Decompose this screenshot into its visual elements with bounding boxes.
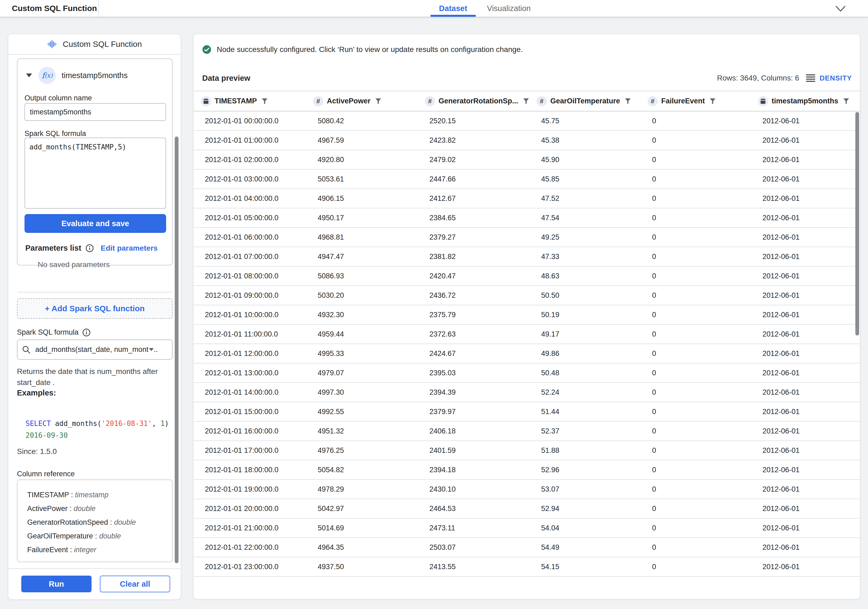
table-scrollbar[interactable] — [856, 112, 859, 335]
column-reference-item: GearOilTemperature : double — [27, 529, 172, 543]
table-cell: 2012-01-01 04:00:00.0 — [194, 189, 309, 208]
table-row: 2012-01-01 17:00:00.04976.252401.5951.88… — [194, 441, 860, 460]
info-icon[interactable] — [82, 329, 90, 336]
table-cell: 4950.17 — [309, 208, 421, 227]
filter-funnel-icon[interactable] — [624, 98, 632, 105]
calendar-icon — [758, 96, 768, 106]
panel-scrollbar[interactable] — [175, 136, 178, 563]
column-type: double — [114, 518, 136, 526]
table-row: 2012-01-01 00:00:00.05080.422520.1545.75… — [194, 112, 860, 131]
column-name: TIMESTAMP — [27, 491, 69, 499]
formula-textarea[interactable]: add_months(TIMESTAMP,5) — [25, 138, 166, 209]
edit-parameters-link[interactable]: Edit parameters — [101, 244, 158, 253]
column-header-label: GearOilTemperature — [550, 97, 620, 105]
table-cell: 52.24 — [533, 383, 644, 402]
table-cell: 2012-01-01 17:00:00.0 — [194, 441, 309, 460]
formula-label: Spark SQL formula — [25, 130, 86, 138]
table-cell: 2012-01-01 11:00:00.0 — [194, 325, 309, 344]
table-header-cell: timestamp5months — [754, 91, 860, 111]
code-close: ) — [165, 420, 169, 428]
table-cell: 5053.61 — [309, 170, 421, 189]
table-row: 2012-01-01 22:00:00.04964.352503.0754.49… — [194, 538, 860, 557]
table-cell: 2012-06-01 — [754, 402, 860, 421]
evaluate-save-button[interactable]: Evaluate and save — [25, 214, 166, 233]
table-cell: 2012-01-01 12:00:00.0 — [194, 344, 309, 363]
filter-funnel-icon[interactable] — [522, 98, 530, 105]
table-cell: 50.48 — [533, 363, 644, 382]
table-cell: 2012-06-01 — [754, 538, 860, 557]
column-reference-item: GeneratorRotationSpeed : double — [27, 516, 172, 529]
table-cell: 2520.15 — [421, 112, 533, 130]
formula-search-input[interactable]: add_months(start_date, num_mont .. — [17, 339, 172, 360]
column-reference-item: ActivePower : double — [27, 502, 172, 516]
column-type: timestamp — [75, 491, 109, 499]
table-cell: 0 — [644, 383, 754, 402]
run-button[interactable]: Run — [21, 576, 91, 592]
output-column-input[interactable] — [25, 103, 166, 121]
add-spark-sql-function-button[interactable]: + Add Spark SQL function — [17, 298, 172, 319]
table-cell: 2012-01-01 21:00:00.0 — [194, 519, 309, 538]
table-cell: 0 — [644, 189, 754, 208]
table-cell: 2379.27 — [421, 228, 533, 246]
table-cell: 4932.30 — [309, 305, 421, 324]
table-row: 2012-01-01 10:00:00.04932.302375.7950.19… — [194, 305, 860, 325]
filter-funnel-icon[interactable] — [375, 98, 382, 105]
table-cell: 0 — [644, 460, 754, 479]
code-sep: , — [152, 420, 160, 428]
table-cell: 2424.67 — [421, 344, 533, 363]
no-parameters-text: No saved parameters — [38, 260, 110, 269]
table-cell: 54.15 — [533, 557, 644, 576]
column-reference-item: FailureEvent : integer — [27, 543, 172, 557]
function-description: Returns the date that is num_months afte… — [17, 366, 169, 388]
table-cell: 2503.07 — [421, 538, 533, 557]
table-cell: 2395.03 — [421, 363, 533, 382]
dropdown-caret-icon[interactable] — [149, 348, 154, 351]
filter-funnel-icon[interactable] — [842, 98, 850, 105]
table-cell: 2012-01-01 16:00:00.0 — [194, 421, 309, 440]
density-icon — [806, 74, 815, 82]
density-toggle[interactable]: DENSITY — [806, 74, 852, 82]
column-header-label: ActivePower — [327, 97, 370, 105]
table-row: 2012-01-01 06:00:00.04968.812379.2749.25… — [194, 228, 860, 247]
table-cell: 4978.29 — [309, 480, 421, 499]
column-reference-label: Column reference — [17, 470, 75, 478]
table-cell: 2012-06-01 — [754, 112, 860, 130]
table-cell: 2372.63 — [421, 325, 533, 344]
number-type-icon: # — [648, 96, 658, 106]
table-cell: 2012-06-01 — [754, 189, 860, 208]
table-row: 2012-01-01 23:00:00.04937.502413.5554.15… — [194, 557, 860, 577]
column-reference-box: TIMESTAMP : timestamp ActivePower : doub… — [17, 479, 172, 562]
table-header-cell: # GearOilTemperature — [533, 91, 644, 111]
collapse-chevron-icon[interactable] — [26, 73, 32, 77]
info-icon[interactable] — [85, 244, 94, 252]
table-cell: 0 — [644, 344, 754, 363]
table-cell: 50.50 — [533, 286, 644, 305]
tab-visualization[interactable]: Visualization — [485, 0, 533, 17]
table-cell: 0 — [644, 499, 754, 518]
column-type: double — [74, 505, 96, 513]
table-cell: 2012-06-01 — [754, 441, 860, 460]
column-name: GeneratorRotationSpeed — [27, 518, 108, 526]
table-cell: 2012-01-01 05:00:00.0 — [194, 208, 309, 227]
filter-funnel-icon[interactable] — [709, 98, 716, 105]
table-cell: 2012-01-01 14:00:00.0 — [194, 383, 309, 402]
table-cell: 2012-06-01 — [754, 460, 860, 479]
code-call: add_months( — [51, 420, 101, 428]
table-row: 2012-01-01 11:00:00.04959.442372.6349.17… — [194, 325, 860, 344]
table-cell: 2384.65 — [421, 208, 533, 227]
clear-all-button[interactable]: Clear all — [100, 576, 170, 592]
table-cell: 2012-01-01 22:00:00.0 — [194, 538, 309, 557]
table-cell: 4995.33 — [309, 344, 421, 363]
table-cell: 0 — [644, 421, 754, 440]
tab-dataset-label: Dataset — [439, 4, 467, 13]
chevron-down-icon[interactable] — [834, 4, 847, 14]
table-cell: 2012-01-01 13:00:00.0 — [194, 363, 309, 382]
table-cell: 2012-06-01 — [754, 480, 860, 499]
filter-funnel-icon[interactable] — [261, 98, 268, 105]
table-cell: 2012-06-01 — [754, 267, 860, 285]
table-cell: 2479.02 — [421, 150, 533, 169]
table-cell: 0 — [644, 557, 754, 576]
table-cell: 2406.18 — [421, 421, 533, 440]
number-type-icon: # — [425, 96, 435, 106]
tab-dataset[interactable]: Dataset — [431, 0, 476, 17]
